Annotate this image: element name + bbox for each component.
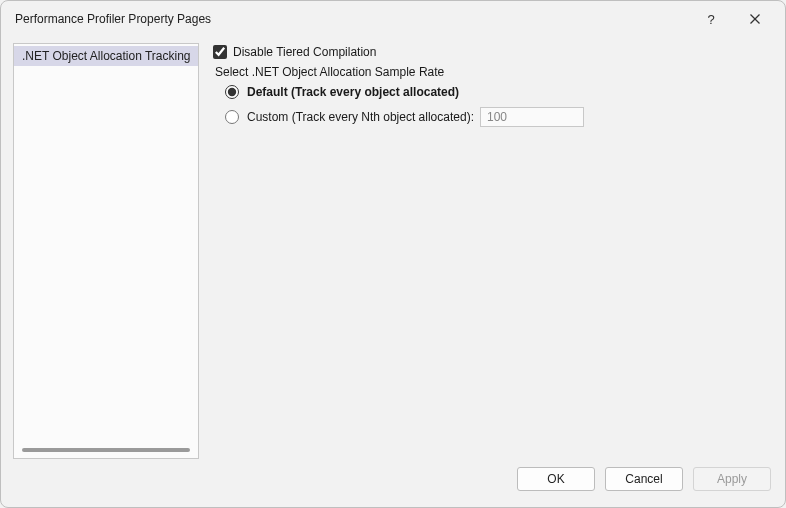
close-button[interactable] (733, 4, 777, 34)
sample-rate-section-label: Select .NET Object Allocation Sample Rat… (215, 65, 773, 79)
radio-custom-row: Custom (Track every Nth object allocated… (225, 107, 773, 127)
window-title: Performance Profiler Property Pages (15, 12, 689, 26)
dialog-footer: OK Cancel Apply (1, 459, 785, 507)
radio-default[interactable] (225, 85, 239, 99)
settings-panel: Disable Tiered Compilation Select .NET O… (213, 43, 773, 459)
category-sidebar[interactable]: .NET Object Allocation Tracking (13, 43, 199, 459)
help-button[interactable]: ? (689, 4, 733, 34)
cancel-button[interactable]: Cancel (605, 467, 683, 491)
radio-custom-label[interactable]: Custom (Track every Nth object allocated… (247, 110, 474, 124)
ok-button[interactable]: OK (517, 467, 595, 491)
radio-default-row: Default (Track every object allocated) (225, 85, 773, 99)
title-bar: Performance Profiler Property Pages ? (1, 1, 785, 37)
sidebar-item-label: .NET Object Allocation Tracking (22, 49, 191, 63)
radio-custom[interactable] (225, 110, 239, 124)
sidebar-item-allocation-tracking[interactable]: .NET Object Allocation Tracking (14, 46, 198, 66)
property-pages-dialog: Performance Profiler Property Pages ? .N… (0, 0, 786, 508)
close-icon (750, 14, 760, 24)
dialog-body: .NET Object Allocation Tracking Disable … (1, 37, 785, 459)
custom-n-input[interactable] (480, 107, 584, 127)
disable-tiered-row: Disable Tiered Compilation (213, 45, 773, 59)
sidebar-horizontal-scrollbar[interactable] (22, 448, 190, 452)
radio-default-label[interactable]: Default (Track every object allocated) (247, 85, 459, 99)
disable-tiered-checkbox[interactable] (213, 45, 227, 59)
disable-tiered-label[interactable]: Disable Tiered Compilation (233, 45, 376, 59)
help-icon: ? (707, 12, 714, 27)
apply-button[interactable]: Apply (693, 467, 771, 491)
